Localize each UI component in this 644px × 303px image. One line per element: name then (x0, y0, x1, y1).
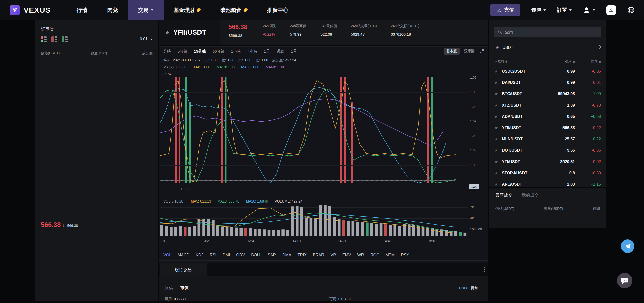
stat-value: 3376106.18 (391, 32, 419, 36)
pair-header: ★ YFII/USDT 566.38 $566.38 24h漲跌-0.22%24… (159, 20, 488, 45)
star-icon[interactable]: ★ (494, 137, 502, 141)
market-row[interactable]: ★STORJ/USDT0.8-0.89 (489, 167, 606, 179)
tab-latest-trades[interactable]: 最新成交 (495, 192, 512, 198)
timeframe-分時[interactable]: 分時 (163, 49, 171, 54)
indicator-PSY[interactable]: PSY (401, 253, 409, 257)
brand[interactable]: VEXUS (10, 5, 51, 15)
timeframe-5分鐘[interactable]: 5分鐘 (178, 49, 187, 54)
timeframe-4小時[interactable]: 4小時 (248, 49, 257, 54)
tab-my-trades[interactable]: 我的成交 (521, 192, 539, 198)
indicator-VR[interactable]: VR (330, 253, 336, 257)
sort-by-price[interactable]: 價格 (540, 60, 575, 64)
account-menu[interactable] (583, 6, 595, 14)
market-row[interactable]: ★XTZ/USDT1.39-0.73 (489, 99, 606, 111)
star-icon[interactable]: ★ (494, 182, 502, 187)
timeframe-30分鐘[interactable]: 30分鐘 (213, 49, 224, 54)
more-menu-icon[interactable] (484, 267, 485, 272)
indicator-BOLL[interactable]: BOLL (251, 253, 261, 257)
market-row[interactable]: ★APE/USDT2.03+1.15 (489, 179, 606, 187)
precision-dropdown[interactable]: 0.01 (140, 37, 153, 41)
pair-stat: 24h成交量(BTC)5929.47 (351, 24, 377, 36)
fullscreen-button[interactable] (479, 49, 484, 54)
wallet-menu[interactable]: 錢包 (531, 7, 546, 13)
indicator-VOL[interactable]: VOL (163, 253, 171, 257)
indicator-OBV[interactable]: OBV (236, 253, 245, 257)
orderbook-view-bids-icon[interactable] (62, 36, 68, 42)
star-icon[interactable]: ★ (494, 171, 502, 175)
trade-form: 限價 市價 USDT買幣 可用0 USDT 可用0.0 YFII (159, 276, 488, 301)
timeframe-15分鐘[interactable]: 15分鐘 (194, 49, 206, 54)
market-row[interactable]: ★BTC/USDT69943.08+1.09 (489, 88, 606, 99)
recharge-button[interactable]: 充值 (490, 4, 520, 16)
star-icon[interactable]: ★ (494, 103, 502, 108)
divider (159, 45, 488, 46)
indicator-BRAR[interactable]: BRAR (313, 253, 324, 257)
market-row[interactable]: ★DOT/USDT9.55-0.36 (489, 145, 606, 156)
nav-item-promotion[interactable]: 推廣中心 (257, 0, 298, 20)
indicator-DMI[interactable]: DMI (223, 253, 230, 257)
gridline (160, 78, 468, 78)
star-icon[interactable]: ★ (494, 80, 502, 85)
indicator-MTM[interactable]: MTM (386, 253, 395, 257)
nav-item-finance[interactable]: 基金理財 (164, 0, 210, 20)
orders-menu[interactable]: 訂單 (557, 7, 572, 13)
tab-spot-trading[interactable]: 現貨交易 (160, 263, 207, 276)
depth-view-button[interactable]: 深度圖 (464, 49, 475, 54)
nav-item-trade[interactable]: 交易 (128, 0, 164, 20)
quote-currency-link[interactable]: USDT買幣 (459, 286, 478, 291)
favorite-star-icon[interactable]: ★ (165, 29, 170, 36)
main-plot[interactable]: ⌐ 1.09 ∟ 1.08 1.08 1.091.091.091.091.081… (159, 72, 488, 191)
orderbook-last-price[interactable]: 566.38 ↓ 566.38 (41, 221, 78, 229)
row-pair: DAI/USDT (502, 80, 540, 85)
download-icon (608, 7, 614, 13)
timeframe-1小時[interactable]: 1小時 (231, 49, 241, 54)
star-icon[interactable]: ★ (494, 91, 502, 96)
indicator-RSI[interactable]: RSI (210, 253, 216, 257)
indicator-EMV[interactable]: EMV (342, 253, 351, 257)
timeframe-週線[interactable]: 週線 (277, 49, 284, 54)
indicator-KDJ[interactable]: KDJ (196, 253, 203, 257)
indicator-DMA[interactable]: DMA (282, 253, 291, 257)
nav-item-quotes[interactable]: 行情 (67, 0, 97, 20)
row-change: -0.02 (575, 160, 601, 164)
market-row[interactable]: ★USDC/USDT0.99-0.05 (489, 66, 606, 77)
candlestick-chart[interactable] (160, 74, 468, 187)
market-group-usdt[interactable]: ★ USDT (495, 44, 602, 51)
nav-item-flash-swap[interactable]: 閃兌 (97, 0, 128, 20)
basic-view-button[interactable]: 基本版 (444, 48, 460, 55)
timeframe-1天[interactable]: 1天 (264, 49, 270, 54)
sort-by-pair[interactable]: 交易對 (494, 60, 540, 64)
star-icon[interactable]: ★ (494, 69, 502, 74)
search-input[interactable] (505, 30, 597, 35)
orderbook-view-both-icon[interactable] (41, 36, 47, 42)
indicator-MACD[interactable]: MACD (178, 253, 189, 257)
market-row[interactable]: ★YFII/USDT566.38-0.22 (489, 122, 606, 133)
language-globe-button[interactable] (627, 6, 635, 14)
nav-item-mining[interactable]: 礦池鎖倉 (210, 0, 257, 20)
market-order-tab[interactable]: 市價 (180, 285, 188, 291)
chat-support-button[interactable] (617, 273, 632, 288)
timeframe-1月[interactable]: 1月 (291, 49, 297, 54)
orderbook-view-asks-icon[interactable] (51, 36, 57, 42)
sort-by-change[interactable]: 漲跌 (575, 60, 601, 64)
current-price-tag: 1.08 (469, 184, 479, 189)
market-row[interactable]: ★YFI/USDT8920.51-0.02 (489, 156, 606, 167)
indicator-TRIX[interactable]: TRIX (298, 253, 307, 257)
star-icon[interactable]: ★ (494, 148, 502, 153)
orderbook-col-amount: 數量(BTC) (91, 51, 142, 56)
market-row[interactable]: ★MLN/USDT25.57+0.22 (489, 133, 606, 145)
volume-chart[interactable] (160, 205, 468, 236)
star-icon[interactable]: ★ (494, 114, 502, 119)
stat-value: -0.22% (263, 32, 276, 36)
market-row[interactable]: ★DAI/USDT0.99-0.01 (489, 77, 606, 88)
indicator-ROC[interactable]: ROC (370, 253, 379, 257)
market-row[interactable]: ★ADA/USDT0.65+0.98 (489, 111, 606, 122)
telegram-button[interactable] (621, 239, 634, 253)
indicator-SAR[interactable]: SAR (268, 253, 276, 257)
app-download-button[interactable] (606, 5, 616, 15)
star-icon[interactable]: ★ (494, 159, 502, 164)
nav-menu: 行情閃兌交易基金理財礦池鎖倉推廣中心 (67, 0, 298, 20)
limit-order-tab[interactable]: 限價 (165, 285, 173, 291)
indicator-WR[interactable]: WR (357, 253, 364, 257)
star-icon[interactable]: ★ (494, 125, 502, 130)
